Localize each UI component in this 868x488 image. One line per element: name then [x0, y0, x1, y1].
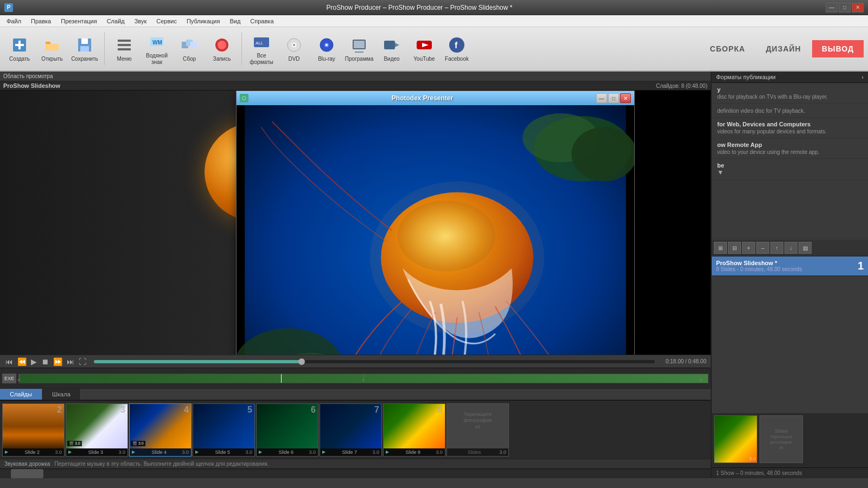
watermark-button[interactable]: WM Водяной знак: [142, 30, 172, 68]
pub-bluray-title: y: [717, 86, 863, 93]
slide-item-4[interactable]: 🎬 3.0 4 ▶ Slide 4 3.0: [129, 403, 192, 457]
menu-presentation[interactable]: Презентация: [56, 17, 101, 25]
show-item-1[interactable]: ProShow Slideshow * 8 Slides - 0 minutes…: [712, 256, 868, 276]
slide-name-7: Slide 7: [342, 450, 357, 455]
svg-rect-8: [118, 48, 131, 50]
presenter-minimize[interactable]: —: [596, 93, 607, 103]
presenter-controls: — □ ✕: [596, 93, 631, 103]
program-label: Программа: [345, 56, 373, 62]
dvd-label: DVD: [288, 56, 299, 62]
svg-text:ALL: ALL: [256, 41, 264, 46]
slide-info-placeholder: Slides 3.0: [447, 448, 508, 456]
slide-item-5[interactable]: 5 ▶ Slide 5 3.0: [193, 403, 255, 457]
menu-service[interactable]: Сервис: [152, 17, 181, 25]
chevron-right-icon: ›: [861, 74, 864, 80]
collection-icon: [180, 35, 199, 55]
menu-slide[interactable]: Слайд: [103, 17, 129, 25]
app-icon: P: [4, 3, 13, 12]
slide-dur-6: 3.0: [309, 450, 316, 455]
slide-thumb-2: [3, 404, 64, 448]
rp-btn-grid1[interactable]: ⊞: [714, 242, 727, 254]
rp-btn-down[interactable]: ↓: [784, 242, 797, 254]
slide-item-8[interactable]: 8 ▶ Slide 8 3.0: [383, 403, 445, 457]
svg-rect-25: [355, 52, 363, 53]
menu-icon: [114, 35, 134, 55]
rp-btn-up[interactable]: ↑: [770, 242, 783, 254]
presenter-close[interactable]: ✕: [620, 93, 631, 103]
slide-item-6[interactable]: 6 ▶ Slide 6 3.0: [256, 403, 318, 457]
record-button[interactable]: Запись: [207, 30, 237, 68]
collection-button[interactable]: Сбор: [174, 30, 205, 68]
slide-name-5: Slide 5: [215, 450, 230, 455]
maximize-button[interactable]: □: [839, 3, 851, 12]
slide-item-2[interactable]: 2 ▶ Slide 2 3.0: [2, 403, 65, 457]
svg-rect-2: [15, 44, 24, 46]
audio-label: Звуковая дорожка: [4, 461, 50, 467]
tab-dizayn[interactable]: ДИЗАЙН: [756, 40, 811, 57]
slide-info-2: ▶ Slide 2 3.0: [3, 448, 64, 456]
right-slide-strip: 3.0 ▶ SlidesПеретащитефотографиииз: [712, 413, 868, 467]
menu-button[interactable]: Меню: [109, 30, 139, 68]
create-label: Создать: [9, 56, 30, 62]
skip-end-button[interactable]: ⏭: [66, 357, 75, 366]
save-button[interactable]: Сохранить: [69, 30, 100, 68]
all-formats-button[interactable]: ALL Все форматы: [246, 30, 277, 68]
chevron-down-icon: ▼: [717, 169, 724, 176]
presenter-maximize[interactable]: □: [608, 93, 619, 103]
tab-vyvod[interactable]: ВЫВОД: [812, 40, 864, 57]
rp-btn-grid2[interactable]: ⊟: [728, 242, 741, 254]
app-title: ProShow Producer – ProShow Producer – Pr…: [13, 4, 826, 11]
right-thumb-tulip[interactable]: 3.0 ▶: [714, 415, 757, 463]
video-button[interactable]: Видео: [376, 30, 407, 68]
menu-file[interactable]: Файл: [2, 17, 25, 25]
program-button[interactable]: Программа: [344, 30, 374, 68]
play-button[interactable]: ▶: [30, 357, 38, 366]
pub-item-hd[interactable]: definition video disc for TV playback.: [712, 104, 868, 118]
pub-item-bluray[interactable]: y disc for playback on TVs with a Blu-ra…: [712, 83, 868, 104]
slide-item-3[interactable]: 🎬 3.0 3 ▶ Slide 3 3.0: [66, 403, 128, 457]
dvd-button[interactable]: DVD: [279, 30, 309, 68]
menu-sound[interactable]: Звук: [130, 17, 151, 25]
open-button[interactable]: Открыть: [37, 30, 67, 68]
menu-help[interactable]: Справка: [246, 17, 278, 25]
slide-item-placeholder[interactable]: Slides 3.0 Перетащитефотографиииз: [446, 403, 509, 457]
pub-item-yt[interactable]: be ▼: [712, 159, 868, 180]
slide-item-7[interactable]: 7 ▶ Slide 7 3.0: [320, 403, 382, 457]
rp-btn-list[interactable]: ▤: [799, 242, 812, 254]
progress-bar[interactable]: [94, 360, 655, 363]
title-bar: P ProShow Producer – ProShow Producer – …: [0, 0, 868, 15]
presenter-window[interactable]: ⬡ Photodex Presenter — □ ✕: [236, 91, 635, 355]
facebook-button[interactable]: f Facebook: [442, 30, 472, 68]
close-button[interactable]: ✕: [852, 3, 864, 12]
fullscreen-button[interactable]: ⛶: [78, 357, 87, 366]
slide-info-6: ▶ Slide 6 3.0: [257, 448, 318, 456]
pub-web-desc: videos for many popular devices and form…: [717, 129, 863, 134]
progress-thumb[interactable]: [298, 358, 305, 365]
rewind-button[interactable]: ⏪: [16, 357, 28, 366]
youtube-button[interactable]: YouTube: [409, 30, 439, 68]
bluray-button[interactable]: Blu-ray: [311, 30, 342, 68]
skip-start-button[interactable]: ⏮: [4, 357, 14, 366]
open-icon: [42, 35, 62, 55]
menu-publish[interactable]: Публикация: [182, 17, 224, 25]
forward-button[interactable]: ⏩: [52, 357, 63, 366]
stop-button[interactable]: ⏹: [40, 357, 50, 366]
pub-yt-title: be: [717, 162, 863, 169]
tab-slides[interactable]: Слайды: [0, 389, 42, 400]
bottom-scrollbar[interactable]: [0, 468, 711, 478]
pub-web-title: for Web, Devices and Computers: [717, 121, 863, 127]
exe-label: EXE: [2, 374, 16, 383]
menu-edit[interactable]: Правка: [27, 17, 55, 25]
timeline-track[interactable]: 0 1 2: [18, 374, 709, 383]
minimize-button[interactable]: —: [826, 3, 838, 12]
rp-btn-add[interactable]: +: [742, 242, 755, 254]
tab-timeline[interactable]: Шкала: [42, 389, 81, 400]
pub-item-web[interactable]: for Web, Devices and Computers videos fo…: [712, 118, 868, 138]
tab-sborka[interactable]: СБОРКА: [700, 40, 755, 57]
playback-controls: ⏮ ⏪ ▶ ⏹ ⏩ ⏭ ⛶ 0:18.00 / 0:48.00: [0, 355, 711, 368]
create-button[interactable]: Создать: [4, 30, 35, 68]
pub-item-remote[interactable]: ow Remote App video to your device using…: [712, 138, 868, 159]
slide-play-icon-3: ▶: [68, 450, 72, 454]
rp-btn-remove[interactable]: –: [756, 242, 769, 254]
menu-view[interactable]: Вид: [225, 17, 245, 25]
